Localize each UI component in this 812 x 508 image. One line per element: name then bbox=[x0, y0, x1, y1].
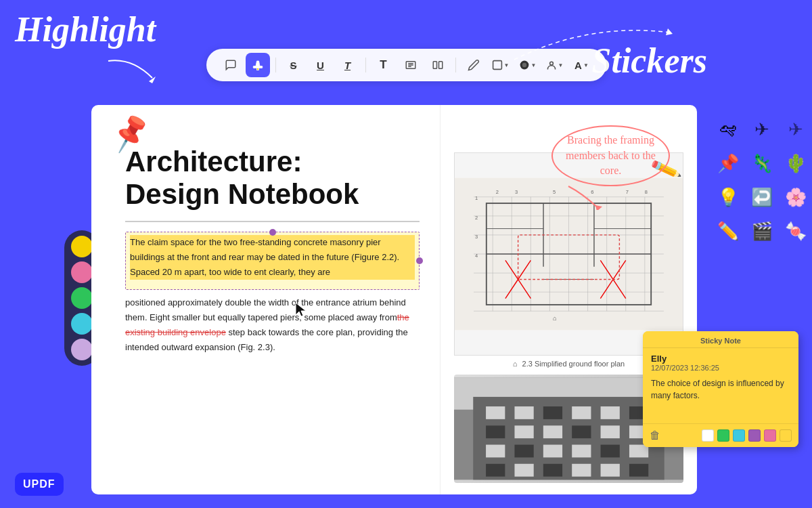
svg-rect-11 bbox=[493, 61, 501, 70]
sticker-paper-plane-2[interactable]: ✈ bbox=[748, 115, 776, 144]
sticker-paper-plane-3[interactable]: ✈ bbox=[782, 115, 810, 144]
sticker-arrow-back[interactable]: ↩️ bbox=[748, 183, 776, 211]
fill-color-button[interactable]: ▼ bbox=[516, 53, 540, 77]
divider-2 bbox=[365, 58, 366, 72]
sticky-note-body[interactable]: Elly 12/07/2023 12:36:25 The choice of d… bbox=[643, 348, 798, 423]
svg-rect-67 bbox=[514, 425, 533, 438]
sticky-color-green[interactable] bbox=[717, 429, 729, 442]
svg-text:⌂: ⌂ bbox=[553, 315, 557, 322]
sticky-color-purple[interactable] bbox=[748, 429, 761, 442]
sticker-pin[interactable]: 📌 bbox=[714, 149, 742, 177]
svg-text:7: 7 bbox=[626, 189, 629, 195]
svg-rect-62 bbox=[543, 406, 562, 419]
sticky-note: Sticky Note Elly 12/07/2023 12:36:25 The… bbox=[643, 331, 798, 447]
speech-bubble: Bracing the framing members back to the … bbox=[551, 125, 670, 186]
sticky-author: Elly bbox=[651, 354, 790, 364]
palette-yellow[interactable] bbox=[71, 236, 93, 257]
sticky-date: 12/07/2023 12:36:25 bbox=[651, 364, 790, 372]
svg-text:3: 3 bbox=[515, 189, 518, 195]
svg-text:4: 4 bbox=[475, 253, 478, 259]
svg-rect-68 bbox=[543, 425, 562, 438]
sticky-note-header: Sticky Note bbox=[643, 331, 798, 347]
svg-rect-70 bbox=[601, 425, 620, 438]
sticker-pencil[interactable]: ✏️ bbox=[714, 217, 742, 245]
sticky-color-cyan[interactable] bbox=[733, 429, 745, 442]
sticky-color-white[interactable] bbox=[702, 429, 714, 442]
updf-logo: UPDF bbox=[15, 473, 64, 496]
highlighted-paragraph-box[interactable]: The claim space for the two free-standin… bbox=[125, 232, 420, 290]
svg-text:2: 2 bbox=[475, 215, 478, 221]
underline2-button[interactable]: T bbox=[336, 53, 360, 77]
svg-rect-61 bbox=[514, 406, 533, 419]
svg-marker-3 bbox=[256, 61, 260, 66]
palette-pink[interactable] bbox=[71, 261, 93, 283]
strikethrough-button[interactable]: S bbox=[281, 53, 306, 77]
underline-button[interactable]: U bbox=[309, 53, 333, 77]
svg-rect-82 bbox=[601, 464, 620, 477]
svg-rect-60 bbox=[486, 406, 505, 419]
comment-button[interactable] bbox=[219, 53, 243, 77]
toolbar-area: S U T T ▼ ▼ ▼ bbox=[108, 49, 704, 81]
palette-lavender[interactable] bbox=[71, 339, 93, 360]
document-container: 📌 Architecture: Design Notebook The clai… bbox=[91, 105, 697, 494]
sticker-flower[interactable]: 🌸 bbox=[782, 183, 810, 211]
svg-rect-63 bbox=[572, 406, 591, 419]
sticky-delete-button[interactable]: 🗑 bbox=[650, 429, 660, 442]
pen-button[interactable] bbox=[461, 53, 486, 77]
svg-rect-80 bbox=[543, 464, 562, 477]
svg-rect-79 bbox=[514, 464, 533, 477]
svg-rect-83 bbox=[629, 464, 648, 477]
box-handle-right[interactable] bbox=[416, 257, 423, 264]
divider-1 bbox=[275, 58, 276, 72]
doc-divider bbox=[125, 221, 420, 222]
palette-cyan[interactable] bbox=[71, 313, 93, 335]
highlight-button[interactable] bbox=[246, 53, 270, 77]
bubble-arrow bbox=[562, 183, 609, 210]
sticky-content[interactable]: The choice of design is influenced by ma… bbox=[651, 377, 790, 418]
body-text: positioned approximately double the widt… bbox=[125, 295, 420, 355]
sticker-lizard[interactable]: 🦎 bbox=[748, 149, 776, 177]
svg-rect-73 bbox=[514, 445, 533, 458]
svg-point-14 bbox=[549, 62, 553, 65]
sticker-plant[interactable]: 🌵 bbox=[782, 149, 810, 177]
box-handle-top[interactable] bbox=[269, 229, 276, 236]
person-button[interactable]: ▼ bbox=[543, 53, 567, 77]
columns-button[interactable] bbox=[426, 53, 450, 77]
doc-left-panel: 📌 Architecture: Design Notebook The clai… bbox=[91, 105, 440, 494]
svg-rect-69 bbox=[572, 425, 591, 438]
sticky-footer: 🗑 bbox=[643, 424, 798, 447]
highlight-label: Highlight bbox=[15, 9, 156, 49]
svg-text:3: 3 bbox=[475, 234, 478, 240]
svg-text:2: 2 bbox=[496, 189, 499, 195]
text-button[interactable]: T bbox=[371, 53, 396, 77]
svg-rect-10 bbox=[438, 62, 442, 69]
svg-rect-75 bbox=[572, 445, 591, 458]
svg-text:5: 5 bbox=[553, 189, 556, 195]
sticky-color-yellow[interactable] bbox=[780, 429, 792, 442]
svg-rect-9 bbox=[433, 62, 436, 69]
toolbar: S U T T ▼ ▼ ▼ bbox=[206, 49, 606, 81]
sticker-clapperboard[interactable]: 🎬 bbox=[748, 217, 776, 245]
annotation-bubble-text: Bracing the framing members back to the … bbox=[551, 125, 670, 186]
sticker-paper-plane-1[interactable]: 🛩 bbox=[714, 115, 742, 144]
svg-rect-66 bbox=[486, 425, 505, 438]
svg-marker-16 bbox=[595, 205, 602, 210]
palette-green[interactable] bbox=[71, 287, 93, 309]
svg-marker-1 bbox=[666, 28, 673, 35]
stickers-panel: 🛩 ✈ ✈ 📌 🦎 🌵 💡 ↩️ 🌸 ✏️ 🎬 🍬 bbox=[707, 108, 812, 252]
svg-rect-74 bbox=[543, 445, 562, 458]
divider-3 bbox=[455, 58, 456, 72]
font-color-button[interactable]: A ▼ bbox=[570, 53, 594, 77]
textbox-button[interactable] bbox=[399, 53, 423, 77]
shape-button[interactable]: ▼ bbox=[489, 53, 513, 77]
svg-rect-78 bbox=[486, 464, 505, 477]
svg-rect-81 bbox=[572, 464, 591, 477]
sticky-color-pink[interactable] bbox=[764, 429, 776, 442]
svg-rect-76 bbox=[601, 445, 620, 458]
sticker-lightbulb[interactable]: 💡 bbox=[714, 183, 742, 211]
doc-title: Architecture: Design Notebook bbox=[125, 146, 420, 211]
svg-point-13 bbox=[522, 63, 526, 67]
svg-text:8: 8 bbox=[645, 189, 648, 195]
sticker-candy[interactable]: 🍬 bbox=[782, 217, 810, 245]
svg-rect-64 bbox=[601, 406, 620, 419]
